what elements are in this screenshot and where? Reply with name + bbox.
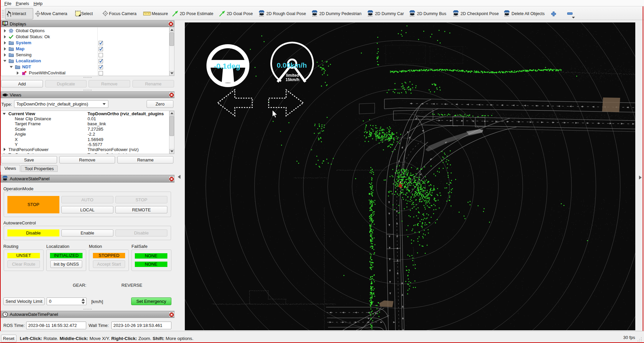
svg-text:Autoware: Autoware (410, 15, 415, 17)
svg-text:Autoware: Autoware (453, 15, 458, 17)
svg-text:0.00km/h: 0.00km/h (277, 61, 307, 69)
svg-text:Autoware: Autoware (312, 15, 317, 17)
svg-text:Autoware: Autoware (259, 15, 264, 17)
svg-text:limited: limited (286, 73, 299, 78)
svg-text:Autoware: Autoware (368, 15, 373, 17)
svg-text:Autoware: Autoware (504, 15, 509, 17)
svg-text:-0.1deg: -0.1deg (214, 62, 240, 70)
svg-text:15km/h: 15km/h (285, 77, 299, 82)
svg-text:Autoware: Autoware (3, 180, 7, 182)
